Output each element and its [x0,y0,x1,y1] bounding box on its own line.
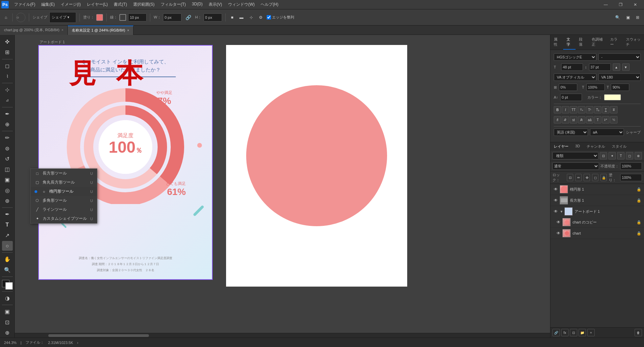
ctx-polygon-tool[interactable]: ⬡ 多角形ツール U [31,196,97,205]
ctx-custom-shape-tool[interactable]: ✦ カスタムシェイプツール U [31,214,97,223]
screen-mode-button[interactable]: ▣ [2,307,13,316]
fill-color-swatch[interactable] [96,14,103,21]
ctx-rect-tool[interactable]: □ 長方形ツール U [31,169,97,178]
styles-tab[interactable]: スタイル [608,142,630,151]
crop-tool-button[interactable]: ⊹ [2,85,13,95]
height-input[interactable] [204,13,222,21]
opacity-field[interactable] [620,162,642,170]
stroke-color-swatch[interactable] [119,14,126,21]
language-select[interactable]: 英語 (米国) [554,129,588,136]
filter-adjust-button[interactable]: ✦ [608,152,616,159]
tracking-type-select[interactable]: VA オプティカル [554,73,596,81]
hand-tool-button[interactable]: ✋ [2,254,13,264]
width-input[interactable] [163,13,181,21]
ctx-line-tool[interactable]: ╱ ラインツール U [31,205,97,214]
font-size-up[interactable]: ▲ [613,63,620,71]
tab-unnamed-close[interactable]: × [127,29,129,32]
quick-mask-button[interactable]: ◑ [2,293,13,303]
zoom-tool-button[interactable]: 🔍 [2,265,13,275]
new-group-button[interactable]: 📁 [579,329,586,336]
oldstyle-button[interactable]: st [570,116,577,123]
artboard-group-header[interactable]: 👁 ▼ アートボード 1 [550,206,644,217]
layer-filter-select[interactable]: 種類 [552,152,598,159]
tab-adjustments[interactable]: 色調補正 [588,35,607,50]
menu-3d[interactable]: 3D(D) [189,1,205,8]
tab-unnamed[interactable]: 名称未設定 1 @ 244% (RGB/8#) × [68,26,133,35]
link-dimensions-button[interactable]: 🔗 [183,12,193,23]
all-caps-button[interactable]: TT [570,106,577,113]
scrollbar-thumb[interactable] [48,334,149,337]
filter-shape-button[interactable]: ◻ [626,152,633,159]
layer-eye-ellipse[interactable]: 👁 [553,187,558,192]
menu-file[interactable]: ファイル(F) [11,1,38,8]
underline-button[interactable]: T [602,106,609,113]
background-color[interactable] [5,282,13,290]
channels-tab[interactable]: チャンネル [583,142,608,151]
move-tool-button[interactable]: ✜ [2,37,13,47]
menu-window[interactable]: ウィンドウ(W) [225,1,257,8]
layout-toolbar-button[interactable]: ▣ [624,12,632,23]
ordinal-button[interactable]: Aˡ [578,116,585,123]
shape-dropdown[interactable]: シェイプ ▾ [49,12,76,23]
layer-eye-rect[interactable]: 👁 [553,198,558,203]
dodge-tool-button[interactable]: ⊛ [2,196,13,206]
eraser-tool-button[interactable]: ◫ [2,164,13,174]
fill-solid-button[interactable]: ■ [229,12,235,23]
subscript-button[interactable]: T₁ [594,106,601,113]
ctx-ellipse-tool[interactable]: ○ 楕円形ツール U [31,187,97,196]
layer-eye-chart[interactable]: 👁 [556,231,561,236]
font-style-select[interactable]: - [598,53,641,61]
clone-tool-button[interactable]: ⊜ [2,143,13,153]
menu-view[interactable]: 表示(V) [206,1,225,8]
font-size-input[interactable] [561,63,583,71]
pen-tool-button[interactable]: ✒ [2,209,13,219]
tab-properties[interactable]: 属性 [550,35,563,50]
tab-color[interactable]: カラー [607,35,623,50]
tab-swatches[interactable]: スウォッチ [623,35,644,50]
layer-item-chart-copy[interactable]: 👁 chart のコピー 🔒 [550,217,644,228]
layer-item-rect[interactable]: 👁 長方形 1 🔒 [550,195,644,206]
lock-pixels-button[interactable]: ✏ [575,174,582,181]
superscript-button[interactable]: T¹ [586,106,593,113]
3d-tab[interactable]: 3D [572,142,583,151]
strikethrough-button[interactable]: T̶ [610,106,618,113]
restore-button[interactable]: ❐ [613,0,628,9]
close-button[interactable]: ✕ [628,0,643,9]
scale-v-input[interactable] [611,84,629,91]
minimize-button[interactable]: — [598,0,613,9]
tab-chart[interactable]: chart.jpg @ 200% (見本, RGB/8#) × [0,26,68,35]
brush-tool-button[interactable]: ✏ [2,133,13,143]
link-layers-button[interactable]: 🔗 [552,329,560,336]
align-button[interactable]: ⚙ [257,12,265,23]
layer-item-chart[interactable]: 👁 chart 🔒 [550,228,644,239]
menu-filter[interactable]: フィルター(T) [158,1,189,8]
menu-edit[interactable]: 編集(E) [39,1,57,8]
swash-button[interactable]: aā [586,116,593,123]
lock-transparent-button[interactable]: ⊡ [567,174,573,181]
measure-tool-button[interactable]: ⊿ [2,95,13,105]
font-size-down[interactable]: ▼ [622,63,630,71]
opacity-input[interactable] [559,84,577,91]
tab-chart-close[interactable]: × [61,28,63,32]
color-swatches[interactable] [2,280,13,290]
small-caps-button[interactable]: Tₐ [578,106,585,113]
gradient-tool-button[interactable]: ▣ [2,175,13,185]
bold-button[interactable]: B [554,106,561,113]
expand-toolbar-button[interactable]: ⊞ [634,12,641,23]
lock-artboard-button[interactable]: ◻ [592,174,598,181]
eyedropper-tool-button[interactable]: ✒ [2,109,13,119]
baseline-input[interactable] [560,94,582,101]
type-tool-button[interactable]: T [2,220,13,230]
search-toolbar-button[interactable]: 🔍 [613,12,622,23]
menu-layer[interactable]: レイヤー(L) [84,1,111,8]
layer-eye-chart-copy[interactable]: 👁 [556,219,561,225]
horizontal-scrollbar[interactable] [15,333,550,338]
delete-layer-button[interactable]: 🗑 [635,329,642,336]
lock-position-button[interactable]: ✜ [584,174,590,181]
add-mask-button[interactable]: ⊡ [570,329,577,336]
lasso-tool-button[interactable]: ⌇ [2,71,13,81]
edge-align-checkbox[interactable] [267,15,271,19]
antialiasing-select[interactable]: aA [590,129,624,136]
numfrac-button[interactable]: ½ [610,116,618,123]
ligature-button[interactable]: fi [554,116,561,123]
